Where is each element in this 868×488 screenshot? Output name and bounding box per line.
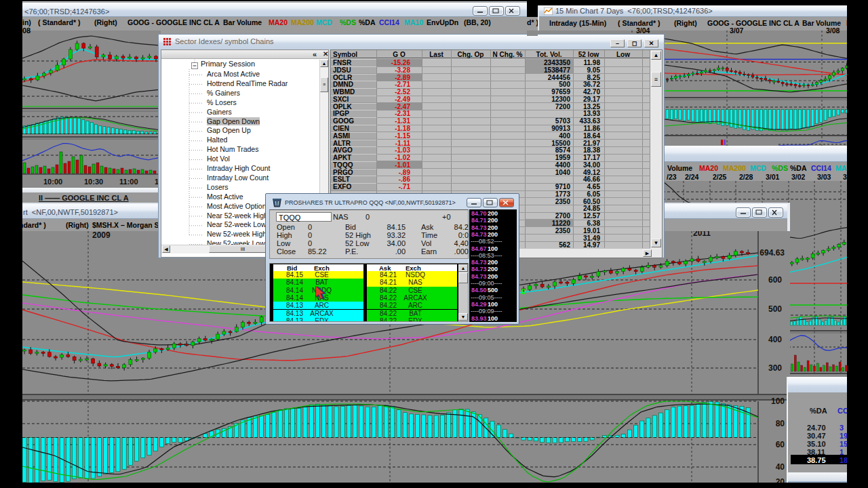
svg-text:40: 40 — [776, 462, 785, 472]
svg-text:2009: 2009 — [92, 231, 111, 240]
svg-text:80: 80 — [776, 419, 785, 428]
svg-text:400: 400 — [768, 335, 782, 344]
svg-text:2011: 2011 — [693, 231, 711, 238]
svg-text:10:30: 10:30 — [84, 178, 103, 186]
svg-text:D: D — [521, 288, 526, 296]
svg-text:60: 60 — [776, 440, 785, 449]
svg-text:100: 100 — [771, 396, 785, 406]
svg-text:10:00: 10:00 — [43, 178, 62, 186]
svg-text:11:00: 11:00 — [119, 178, 138, 186]
svg-text:694.63: 694.63 — [760, 248, 785, 258]
svg-text:500: 500 — [768, 304, 782, 314]
svg-text:20: 20 — [776, 477, 785, 483]
svg-text:600: 600 — [768, 275, 782, 285]
svg-text:300: 300 — [768, 363, 782, 373]
